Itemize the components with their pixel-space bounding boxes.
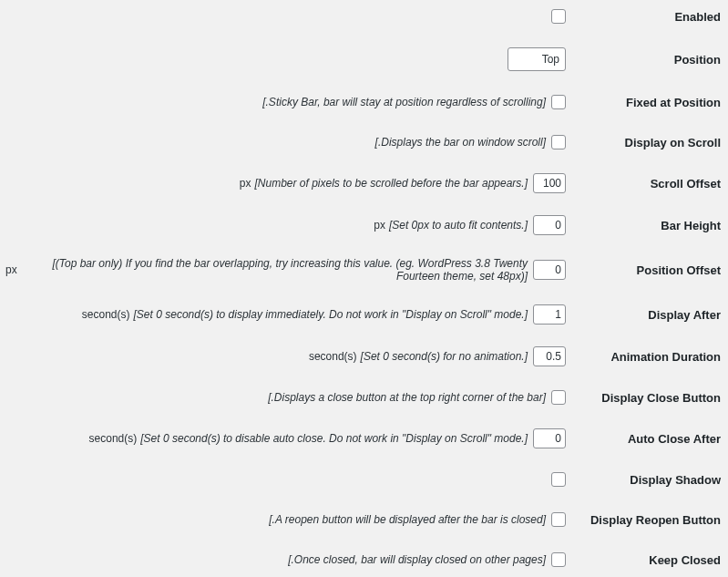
unit-bar-height: px: [374, 219, 385, 232]
control-display-after: second(s) [Set 0 second(s) to display im…: [5, 304, 566, 325]
hint-keep-closed: [.Once closed, bar will display closed o…: [288, 553, 546, 566]
scroll-offset-input[interactable]: [533, 173, 566, 193]
unit-position-offset: px: [5, 263, 17, 276]
unit-animation-duration: second(s): [309, 350, 357, 363]
bar-height-input[interactable]: [533, 215, 566, 235]
control-display-reopen: [.A reopen button will be displayed afte…: [5, 512, 566, 527]
control-display-close: [.Displays a close button at the top rig…: [5, 390, 566, 405]
display-reopen-checkbox[interactable]: [551, 512, 566, 527]
label-display-shadow: Display Shadow: [575, 473, 723, 487]
label-display-close: Display Close Button: [575, 391, 723, 405]
control-display-shadow: [5, 472, 566, 487]
hint-display-reopen: [.A reopen button will be displayed afte…: [269, 513, 546, 526]
label-scroll-offset: Scroll Offset: [575, 177, 723, 191]
row-position-offset: px [(Top bar only) If you find the bar o…: [5, 257, 723, 283]
row-display-shadow: Display Shadow: [5, 470, 723, 489]
control-auto-close: second(s) [Set 0 second(s) to disable au…: [5, 428, 566, 448]
row-scroll-offset: px [Number of pixels to be scrolled befo…: [5, 173, 723, 193]
display-after-input[interactable]: [533, 304, 566, 325]
position-select-wrap: Top: [508, 47, 566, 71]
label-display-scroll: Display on Scroll: [575, 136, 723, 149]
row-position: Top Position: [5, 47, 723, 71]
label-position-offset: Position Offset: [575, 263, 723, 277]
hint-bar-height: [Set 0px to auto fit contents.]: [389, 219, 528, 232]
keep-closed-checkbox[interactable]: [551, 552, 566, 567]
row-fixed: [.Sticky Bar, bar will stay at position …: [5, 93, 723, 111]
control-enabled: [5, 9, 566, 24]
label-auto-close: Auto Close After: [575, 432, 723, 446]
label-bar-height: Bar Height: [575, 219, 723, 232]
display-close-checkbox[interactable]: [551, 390, 566, 405]
display-shadow-checkbox[interactable]: [551, 472, 566, 487]
row-display-close: [.Displays a close button at the top rig…: [5, 388, 723, 407]
unit-auto-close: second(s): [89, 432, 138, 445]
label-fixed: Fixed at Position: [575, 96, 723, 109]
row-keep-closed: [.Once closed, bar will display closed o…: [5, 551, 723, 569]
control-bar-height: px [Set 0px to auto fit contents.]: [5, 215, 566, 235]
control-fixed: [.Sticky Bar, bar will stay at position …: [5, 95, 566, 109]
label-position: Position: [575, 53, 723, 67]
unit-display-after: second(s): [82, 308, 130, 321]
animation-duration-input[interactable]: [533, 346, 566, 366]
row-display-reopen: [.A reopen button will be displayed afte…: [5, 510, 723, 529]
label-enabled: Enabled: [575, 10, 723, 24]
control-keep-closed: [.Once closed, bar will display closed o…: [5, 552, 566, 567]
row-enabled: Enabled: [5, 7, 723, 26]
hint-animation-duration: [Set 0 second(s) for no animation.]: [361, 350, 528, 363]
control-position-offset: px [(Top bar only) If you find the bar o…: [5, 257, 566, 283]
hint-auto-close: [Set 0 second(s) to disable auto close. …: [140, 432, 528, 445]
position-offset-input[interactable]: [533, 260, 566, 280]
label-display-reopen: Display Reopen Button: [575, 513, 723, 527]
control-display-scroll: [.Displays the bar on window scroll]: [5, 135, 566, 149]
control-scroll-offset: px [Number of pixels to be scrolled befo…: [5, 173, 566, 193]
hint-position-offset: [(Top bar only) If you find the bar over…: [21, 257, 528, 283]
unit-scroll-offset: px: [240, 177, 251, 190]
row-display-after: second(s) [Set 0 second(s) to display im…: [5, 304, 723, 325]
position-select[interactable]: Top: [508, 47, 566, 71]
hint-display-close: [.Displays a close button at the top rig…: [268, 391, 546, 404]
row-auto-close: second(s) [Set 0 second(s) to disable au…: [5, 428, 723, 448]
hint-scroll-offset: [Number of pixels to be scrolled before …: [255, 177, 528, 190]
label-display-after: Display After: [575, 308, 723, 322]
label-keep-closed: Keep Closed: [575, 553, 723, 567]
display-scroll-checkbox[interactable]: [551, 135, 566, 149]
row-animation-duration: second(s) [Set 0 second(s) for no animat…: [5, 346, 723, 366]
row-display-scroll: [.Displays the bar on window scroll] Dis…: [5, 133, 723, 151]
enabled-checkbox[interactable]: [551, 9, 566, 24]
auto-close-input[interactable]: [533, 428, 566, 448]
control-position: Top: [5, 47, 566, 71]
hint-display-scroll: [.Displays the bar on window scroll]: [375, 136, 546, 149]
row-bar-height: px [Set 0px to auto fit contents.] Bar H…: [5, 215, 723, 235]
hint-display-after: [Set 0 second(s) to display immediately.…: [134, 308, 528, 321]
hint-fixed: [.Sticky Bar, bar will stay at position …: [262, 96, 546, 108]
fixed-checkbox[interactable]: [551, 95, 566, 109]
label-animation-duration: Animation Duration: [575, 350, 723, 364]
control-animation-duration: second(s) [Set 0 second(s) for no animat…: [5, 346, 566, 366]
